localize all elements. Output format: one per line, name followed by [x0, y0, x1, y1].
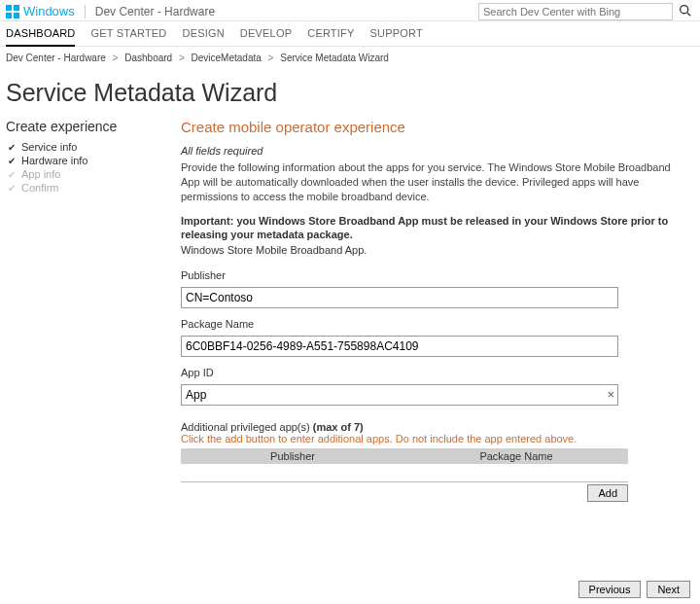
app-id-input[interactable]	[181, 384, 618, 406]
sidebar: Create experience ✔ Service info ✔ Hardw…	[6, 119, 161, 195]
additional-apps-heading-max: (max of 7)	[313, 421, 364, 433]
additional-apps-hint: Click the add button to enter additional…	[181, 433, 684, 444]
package-name-label: Package Name	[181, 318, 684, 330]
chevron-right-icon: >	[268, 53, 274, 63]
svg-point-4	[680, 5, 687, 13]
search-wrap	[478, 2, 694, 21]
additional-apps-heading: Additional privileged app(s) (max of 7)	[181, 421, 684, 433]
tab-get-started[interactable]: GET STARTED	[90, 27, 166, 46]
tab-design[interactable]: DESIGN	[182, 27, 224, 46]
table-row	[181, 464, 628, 481]
sidebar-step-app-info[interactable]: ✔ App info	[6, 167, 161, 181]
sidebar-step-label: Service info	[21, 141, 77, 153]
main-area: Create experience ✔ Service info ✔ Hardw…	[0, 119, 700, 502]
windows-logo-link[interactable]: Windows	[6, 4, 75, 18]
breadcrumb-item-2[interactable]: DeviceMetadata	[192, 53, 262, 63]
tab-support[interactable]: SUPPORT	[370, 27, 423, 46]
top-bar: Windows Dev Center - Hardware	[0, 0, 700, 21]
publisher-input[interactable]	[181, 287, 618, 308]
additional-apps-table: Publisher Package Name	[181, 448, 628, 482]
tab-certify[interactable]: CERTIFY	[307, 27, 354, 46]
additional-apps-col-publisher: Publisher	[181, 448, 404, 464]
sidebar-step-hardware-info[interactable]: ✔ Hardware info	[6, 154, 161, 167]
chevron-right-icon: >	[179, 53, 185, 63]
svg-rect-1	[14, 5, 19, 11]
content-area: Create mobile operator experience All fi…	[161, 119, 694, 502]
nav-tabs: DASHBOARD GET STARTED DESIGN DEVELOP CER…	[0, 21, 700, 47]
package-name-input[interactable]	[181, 336, 618, 357]
required-note: All fields required	[181, 145, 684, 157]
important-note-text: Important: you Windows Store Broadband A…	[181, 215, 668, 241]
next-button[interactable]: Next	[647, 581, 690, 598]
clear-input-icon[interactable]: ×	[607, 387, 614, 402]
sidebar-step-label: App info	[21, 168, 60, 180]
section-title: Create mobile operator experience	[181, 119, 684, 135]
breadcrumb-item-0[interactable]: Dev Center - Hardware	[6, 53, 106, 63]
sidebar-step-label: Hardware info	[21, 155, 88, 166]
description-text: Provide the following information about …	[181, 160, 684, 204]
breadcrumb-item-1[interactable]: Dashboard	[124, 53, 172, 63]
sidebar-step-confirm[interactable]: ✔ Confirm	[6, 181, 161, 195]
publisher-label: Publisher	[181, 269, 684, 281]
add-app-button[interactable]: Add	[587, 484, 628, 502]
tab-develop[interactable]: DEVELOP	[240, 27, 292, 46]
additional-apps-heading-text: Additional privileged app(s)	[181, 421, 313, 433]
footer-buttons: Previous Next	[578, 581, 690, 598]
divider	[85, 5, 86, 18]
breadcrumb-item-3[interactable]: Service Metadata Wizard	[280, 53, 389, 63]
search-icon	[679, 4, 691, 19]
important-sub: Windows Store Mobile Broadband App.	[181, 244, 684, 256]
additional-apps-col-package: Package Name	[404, 448, 628, 464]
chevron-right-icon: >	[113, 53, 119, 63]
subsite-label: Dev Center - Hardware	[95, 5, 215, 18]
page-title: Service Metadata Wizard	[0, 69, 700, 119]
search-button[interactable]	[675, 2, 694, 21]
windows-logo-icon	[6, 5, 19, 18]
check-icon: ✔	[6, 142, 18, 153]
svg-rect-2	[6, 13, 12, 18]
sidebar-step-label: Confirm	[21, 182, 59, 194]
search-input[interactable]	[478, 3, 673, 20]
sidebar-title: Create experience	[6, 119, 161, 134]
breadcrumb: Dev Center - Hardware > Dashboard > Devi…	[0, 47, 700, 69]
check-icon: ✔	[6, 183, 18, 194]
check-icon: ✔	[6, 156, 18, 166]
svg-line-5	[686, 12, 689, 15]
windows-brand-text: Windows	[23, 4, 75, 18]
tab-dashboard[interactable]: DASHBOARD	[6, 27, 75, 47]
important-note: Important: you Windows Store Broadband A…	[181, 214, 684, 243]
previous-button[interactable]: Previous	[578, 581, 642, 598]
sidebar-step-service-info[interactable]: ✔ Service info	[6, 140, 161, 154]
svg-rect-3	[14, 13, 19, 18]
app-id-label: App ID	[181, 367, 684, 378]
check-icon: ✔	[6, 169, 18, 180]
svg-rect-0	[6, 5, 12, 11]
